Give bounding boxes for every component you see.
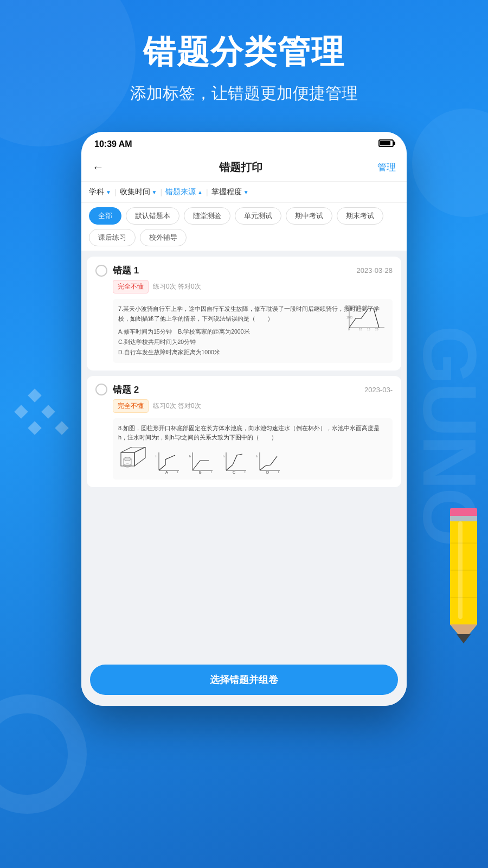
svg-text:h: h: [223, 455, 224, 458]
question-2-left: 错题 2: [95, 384, 139, 396]
filter-source[interactable]: 错题来源 ▲: [165, 187, 203, 197]
filter-mastery-arrow: ▼: [243, 189, 249, 195]
svg-rect-37: [450, 516, 477, 521]
source-chips: 全部 默认错题本 随堂测验 单元测试 期中考试 期末考试 课后练习 校外辅导: [81, 203, 407, 251]
svg-text:A: A: [165, 470, 168, 474]
chip-unit-test[interactable]: 单元测试: [235, 207, 281, 225]
svg-text:t: t: [211, 470, 212, 474]
svg-text:h: h: [189, 455, 191, 458]
page-header: 错题分类管理 添加标签，让错题更加便捷管理: [0, 0, 488, 121]
filter-source-label: 错题来源: [165, 187, 196, 197]
filter-subject[interactable]: 学科 ▼: [89, 187, 111, 197]
battery-fill: [380, 141, 390, 145]
chip-default[interactable]: 默认错题本: [126, 207, 179, 225]
chip-homework[interactable]: 课后练习: [89, 229, 136, 246]
question-2-practice: 练习0次 答对0次: [153, 401, 201, 411]
svg-text:1000: 1000: [346, 316, 352, 319]
filter-collect-label: 收集时间: [120, 187, 150, 197]
filter-bar: 学科 ▼ | 收集时间 ▼ | 错题来源 ▲ | 掌握程度 ▼: [81, 182, 407, 203]
shape-graph-a: h t A: [155, 450, 182, 474]
shape-graph-d: h t D: [255, 450, 282, 474]
svg-text:h: h: [256, 455, 258, 458]
chip-midterm[interactable]: 期中考试: [286, 207, 332, 225]
battery-icon: [378, 139, 394, 147]
compose-button[interactable]: 选择错题并组卷: [90, 665, 398, 695]
filter-source-arrow: ▲: [197, 189, 203, 195]
filter-divider-3: |: [206, 188, 208, 196]
question-2-shapes: h t A h t B: [118, 447, 387, 474]
chip-all[interactable]: 全部: [89, 207, 121, 225]
question-1-meta: 完全不懂 练习0次 答对0次: [113, 280, 393, 293]
filter-divider-2: |: [160, 188, 162, 196]
question-1-chart: 离家的距离（米） 1000 2000 0 10 15 20: [344, 303, 387, 333]
phone-container: 10:39 AM ← 错题打印 管理 学科 ▼ | 收集时间 ▼ |: [0, 132, 488, 706]
svg-marker-35: [450, 516, 477, 641]
bottom-action-area: 选择错题并组卷: [81, 658, 407, 706]
svg-marker-11: [121, 447, 145, 452]
svg-text:B: B: [199, 470, 202, 474]
shape-graph-c: h t C: [222, 450, 249, 474]
nav-title: 错题打印: [219, 160, 262, 175]
svg-text:0: 0: [348, 328, 350, 331]
svg-text:20: 20: [375, 328, 378, 331]
question-2-header: 错题 2 2023-03-: [95, 384, 393, 396]
question-card-2: 错题 2 2023-03- 完全不懂 练习0次 答对0次 8.如图，圆柱形开口杯…: [87, 376, 401, 487]
svg-text:15: 15: [367, 328, 370, 331]
status-time: 10:39 AM: [94, 139, 132, 149]
question-card-1: 错题 1 2023-03-28 完全不懂 练习0次 答对0次 7.某天小波骑自行…: [87, 257, 401, 371]
filter-collect-time[interactable]: 收集时间 ▼: [120, 187, 157, 197]
pencil-decoration: [428, 500, 488, 652]
question-2-meta: 完全不懂 练习0次 答对0次: [113, 399, 393, 413]
svg-text:t: t: [278, 470, 279, 474]
question-2-text: 8.如图，圆柱形开口杯底部固定在长方体水池底，向水池匀速注水（倒在杯外），水池中…: [118, 424, 387, 443]
phone-frame: 10:39 AM ← 错题打印 管理 学科 ▼ | 收集时间 ▼ |: [81, 132, 407, 706]
svg-rect-36: [450, 508, 477, 519]
question-1-title: 错题 1: [113, 264, 139, 277]
svg-rect-40: [458, 521, 463, 619]
filter-mastery-label: 掌握程度: [211, 187, 242, 197]
content-area[interactable]: 错题 1 2023-03-28 完全不懂 练习0次 答对0次 7.某天小波骑自行…: [81, 251, 407, 658]
question-2-date: 2023-03-: [364, 386, 393, 394]
svg-marker-39: [457, 634, 471, 643]
option-d: D.自行车发生故障时离家距离为1000米: [118, 347, 387, 358]
filter-subject-arrow: ▼: [106, 189, 111, 195]
svg-text:h: h: [156, 455, 157, 458]
question-2-radio[interactable]: [95, 384, 107, 395]
battery-indicator: [378, 139, 394, 149]
deco-semicircle: [0, 694, 87, 814]
svg-text:D: D: [266, 470, 269, 474]
svg-marker-38: [450, 624, 477, 641]
nav-bar: ← 错题打印 管理: [81, 154, 407, 182]
manage-button[interactable]: 管理: [377, 161, 396, 174]
option-c: C.到达学校共用时间为20分钟: [118, 337, 387, 347]
chip-tutoring[interactable]: 校外辅导: [140, 229, 187, 246]
question-1-date: 2023-03-28: [357, 266, 393, 275]
back-button[interactable]: ←: [92, 161, 104, 175]
status-bar: 10:39 AM: [81, 132, 407, 154]
question-1-practice: 练习0次 答对0次: [153, 282, 201, 291]
question-1-content: 7.某天小波骑自行车上学，途中因自行车发生故障，修车耽误了一段时间后继续骑行，按…: [113, 299, 393, 363]
question-1-tag: 完全不懂: [113, 280, 149, 293]
chip-final[interactable]: 期末考试: [337, 207, 383, 225]
filter-subject-label: 学科: [89, 187, 104, 197]
filter-collect-arrow: ▼: [152, 189, 157, 195]
page-title: 错题分类管理: [22, 33, 466, 72]
question-2-tag: 完全不懂: [113, 399, 149, 413]
question-1-left: 错题 1: [95, 264, 139, 277]
chip-class-test[interactable]: 随堂测验: [184, 207, 230, 225]
svg-text:C: C: [233, 470, 235, 474]
question-2-content: 8.如图，圆柱形开口杯底部固定在长方体水池底，向水池匀速注水（倒在杯外），水池中…: [113, 418, 393, 480]
svg-text:2000: 2000: [346, 308, 352, 311]
filter-mastery[interactable]: 掌握程度 ▼: [211, 187, 249, 197]
question-2-title: 错题 2: [113, 384, 139, 396]
page-subtitle: 添加标签，让错题更加便捷管理: [22, 82, 466, 105]
svg-text:t: t: [177, 470, 178, 474]
shape-3d-box: [118, 447, 148, 474]
question-1-header: 错题 1 2023-03-28: [95, 264, 393, 277]
filter-divider-1: |: [114, 188, 117, 196]
svg-text:10: 10: [359, 328, 362, 331]
question-1-radio[interactable]: [95, 265, 107, 277]
svg-text:t: t: [245, 470, 246, 474]
shape-graph-b: h t B: [188, 450, 215, 474]
